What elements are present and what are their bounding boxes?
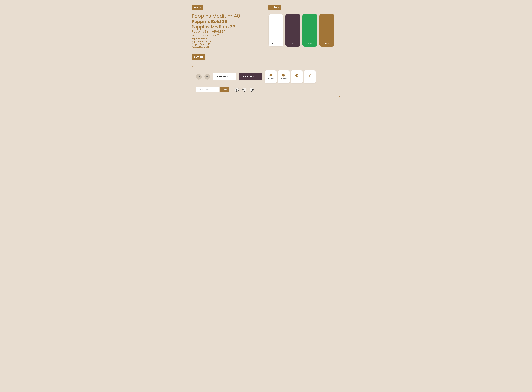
color-hex-white: #202020 — [272, 42, 280, 45]
svg-point-7 — [311, 75, 311, 75]
font-sample-bold-36: Poppins Bold 36 — [192, 19, 264, 24]
fonts-badge: Fonts — [192, 5, 204, 10]
font-sample-regular-16: Poppins Regular 16 — [192, 43, 264, 46]
font-sample-semibold-24: Poppins Semi-Bold 24 — [192, 30, 264, 33]
components-box: ID EN READ MORE ⟶ READ MORE ⟶ — [192, 66, 341, 97]
category-card-beauty-2[interactable]: Beauty & Skin Health — [278, 70, 290, 83]
brush-icon — [308, 74, 312, 77]
font-sample-medium-14: Poppins Medium 14 — [192, 46, 264, 48]
font-sample-bold-16: Poppins Bold 16 — [192, 37, 264, 40]
category-cards: Beauty & Skin Health Beauty & Skin Healt… — [265, 70, 316, 83]
card-label-beauty-1: Beauty & Skin Health — [266, 78, 275, 81]
color-swatch-dark: #4e3744 — [285, 14, 300, 47]
svg-point-3 — [295, 75, 296, 76]
color-swatch-white: #202020 — [268, 14, 284, 47]
read-more-outline-label: READ MORE — [217, 75, 228, 78]
components-row-1: ID EN READ MORE ⟶ READ MORE ⟶ — [196, 70, 336, 83]
email-input[interactable] — [196, 87, 219, 92]
fonts-section: Fonts Poppins Medium 40 Poppins Bold 36 … — [192, 5, 264, 48]
svg-point-9 — [235, 88, 239, 91]
color-hex-green: #27a655 — [306, 42, 314, 45]
lang-id-button[interactable]: ID — [196, 74, 202, 79]
color-hex-gold: #a27537 — [323, 42, 330, 45]
svg-point-6 — [310, 74, 311, 75]
svg-point-5 — [309, 75, 310, 76]
svg-point-8 — [311, 74, 311, 75]
color-swatch-gold: #a27537 — [319, 14, 334, 47]
category-card-bone-2[interactable]: Bone & Joint — [304, 70, 316, 83]
svg-point-10 — [242, 88, 246, 91]
arrow-right-icon: ⟶ — [230, 75, 232, 78]
leaf-small-icon — [269, 73, 273, 77]
social-icons — [234, 87, 254, 92]
facebook-icon[interactable] — [234, 87, 239, 92]
font-sample-medium-16: Poppins Medium 16 — [192, 40, 264, 43]
instagram-icon[interactable] — [242, 87, 247, 92]
font-sample-regular-24: Poppins Regular 24 — [192, 33, 264, 37]
components-row-2: Send — [196, 87, 336, 92]
color-swatch-green: #27a655 — [302, 14, 318, 47]
lang-en-button[interactable]: EN — [204, 74, 210, 79]
card-label-beauty-2: Beauty & Skin Health — [279, 78, 288, 81]
svg-point-2 — [297, 74, 298, 75]
email-form: Send — [196, 87, 229, 92]
linkedin-icon[interactable] — [249, 87, 254, 92]
svg-point-1 — [296, 74, 297, 75]
leaf-large-icon — [282, 73, 286, 77]
read-more-outline-button[interactable]: READ MORE ⟶ — [213, 73, 236, 80]
card-label-bone-2: Bone & Joint — [306, 78, 313, 80]
arrow-right-filled-icon: ⟶ — [256, 75, 258, 78]
svg-point-0 — [296, 74, 296, 75]
top-row: Fonts Poppins Medium 40 Poppins Bold 36 … — [192, 5, 341, 48]
page-container: Fonts Poppins Medium 40 Poppins Bold 36 … — [192, 5, 341, 97]
read-more-filled-button[interactable]: READ MORE ⟶ — [239, 73, 262, 80]
colors-badge: Colors — [268, 5, 281, 10]
button-section: Button — [192, 54, 341, 62]
send-button[interactable]: Send — [220, 87, 229, 92]
category-card-beauty-1[interactable]: Beauty & Skin Health — [265, 70, 276, 83]
font-sample-medium-40: Poppins Medium 40 — [192, 13, 264, 19]
read-more-filled-label: READ MORE — [243, 75, 254, 78]
colors-swatches: #202020 #4e3744 #27a655 #a27537 — [268, 14, 334, 47]
category-card-bone-1[interactable]: Bone & Joint — [291, 70, 303, 83]
color-hex-dark: #4e3744 — [289, 42, 297, 45]
svg-rect-15 — [251, 89, 251, 90]
svg-point-13 — [245, 89, 245, 89]
card-label-bone-1: Bone & Joint — [293, 78, 300, 80]
svg-point-16 — [251, 89, 251, 89]
button-badge: Button — [192, 54, 205, 60]
font-sample-medium-36: Poppins Medium 36 — [192, 24, 264, 30]
paw-small-icon — [295, 74, 299, 77]
colors-section: Colors #202020 #4e3744 #27a655 #a27537 — [268, 5, 341, 47]
